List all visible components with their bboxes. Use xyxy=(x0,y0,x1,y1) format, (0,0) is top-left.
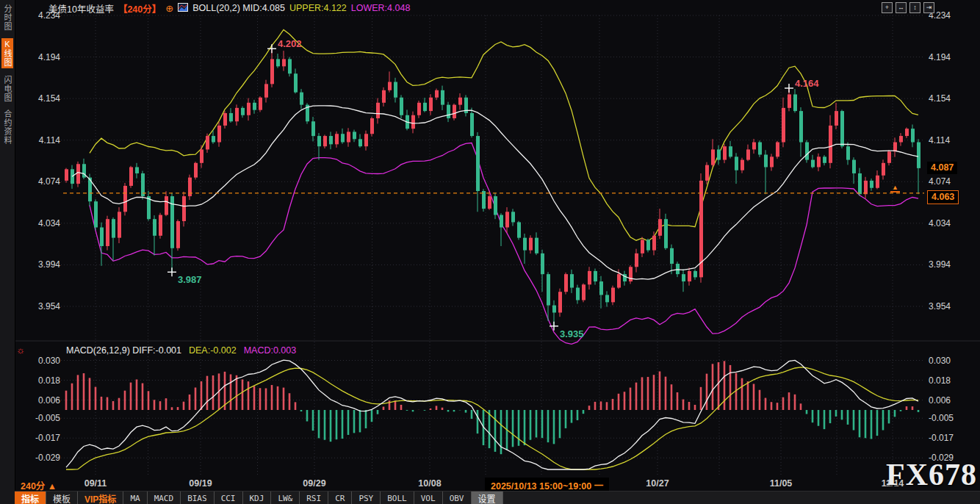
macd-axis-label-left: -0.005 xyxy=(16,413,60,423)
svg-text:4.202: 4.202 xyxy=(278,38,302,49)
macd-axis-label-left: 0.030 xyxy=(16,356,60,366)
pan-icon[interactable]: + xyxy=(882,2,893,13)
toolbar-item[interactable]: CCI xyxy=(215,492,243,504)
toolbar-item[interactable]: LW& xyxy=(271,492,300,504)
sidebar-item-inactive[interactable]: 闪电图 xyxy=(2,76,12,102)
sidebar-item-inactive[interactable]: 合约资料 xyxy=(2,109,12,145)
toolbar-item[interactable]: MACD xyxy=(148,492,181,504)
sidebar-item-active[interactable]: K线图 xyxy=(1,38,13,68)
macd-axis-label-left: 0.006 xyxy=(16,395,60,406)
toolbar-item[interactable]: PSY xyxy=(352,492,381,504)
macd-axis-label-left: -0.029 xyxy=(16,453,60,463)
toolbar-item[interactable]: RSI xyxy=(300,492,328,504)
y-axis-label-right: 4.034 xyxy=(929,218,976,228)
shift-right-icon[interactable]: ⇥ xyxy=(923,2,934,13)
y-axis-label-left: 4.194 xyxy=(16,52,60,62)
date-tick-label: 11/05 xyxy=(770,478,793,489)
last-price-tag: 4.087 xyxy=(927,162,957,174)
toolbar-item[interactable]: VOL xyxy=(414,492,443,504)
date-tick-label: 09/11 xyxy=(84,478,107,489)
date-tick-label: 09/29 xyxy=(303,478,325,489)
indicator-settings-icon[interactable]: ☼ xyxy=(16,345,25,356)
y-axis-label-left: 4.074 xyxy=(16,176,60,187)
indicator-toolbar: 指标模板VIP指标MAMACDBIASCCIKDJLW&RSICRPSYBOLL… xyxy=(15,491,980,504)
svg-text:3.935: 3.935 xyxy=(560,328,584,339)
toolbar-item[interactable]: 模板 xyxy=(46,492,78,504)
interval-tag: 【240分】 xyxy=(118,1,161,15)
macd-dea-readout: DEA:-0.002 xyxy=(189,345,237,356)
y-axis-scale-icon[interactable]: ↕ xyxy=(909,2,920,13)
macd-axis-label-right: 0.006 xyxy=(929,395,976,406)
macd-axis-label-left: 0.018 xyxy=(16,375,60,386)
svg-text:4.164: 4.164 xyxy=(795,78,819,89)
toolbar-item[interactable]: 设置 xyxy=(472,492,503,504)
y-axis-label-left: 3.994 xyxy=(16,259,60,270)
x-axis-scale-icon[interactable]: ↔ xyxy=(896,2,907,13)
macd-axis-label-right: 0.018 xyxy=(929,375,976,386)
y-axis-label-right: 4.234 xyxy=(929,10,976,21)
y-axis-label-right: 4.114 xyxy=(929,135,976,145)
toolbar-item[interactable]: MA xyxy=(123,492,147,504)
time-axis-row: 240分 ▲ 2025/10/13 15:00~19:00 一 09/1109/… xyxy=(15,478,980,491)
macd-header: MACD(26,12,9) DIFF:-0.001 DEA:-0.002 MAC… xyxy=(66,345,296,356)
y-axis-label-left: 4.034 xyxy=(16,218,60,228)
y-axis-label-left: 3.954 xyxy=(16,301,60,312)
chart-tool-icons: +↔↕⇥ xyxy=(882,2,934,13)
toolbar-item[interactable]: 指标 xyxy=(15,492,46,504)
macd-axis-label-right: -0.005 xyxy=(929,413,976,423)
toolbar-item[interactable]: KDJ xyxy=(243,492,272,504)
macd-axis-label-right: -0.017 xyxy=(929,433,976,443)
toolbar-item[interactable]: BIAS xyxy=(181,492,215,504)
date-tick-label: 09/19 xyxy=(189,478,212,489)
date-tick-label: 10/08 xyxy=(418,478,441,489)
alert-arrow-icon[interactable]: ▲ xyxy=(890,184,900,192)
toolbar-item[interactable]: CR xyxy=(328,492,352,504)
boll-lower-readout: LOWER:4.048 xyxy=(351,3,411,13)
trading-app-window: { "sidebar": { "items": [ {"label":"分时图"… xyxy=(0,0,980,504)
y-axis-label-right: 4.194 xyxy=(929,52,976,62)
date-tick-label: 10/27 xyxy=(646,478,669,489)
toolbar-item[interactable]: VIP指标 xyxy=(78,492,123,504)
chart-canvas[interactable]: 4.2023.9874.1643.935 xyxy=(0,0,980,478)
instrument-title: 美债10年收益率 xyxy=(48,1,114,15)
sidebar-item-inactive[interactable]: 分时图 xyxy=(2,4,12,31)
brand-watermark: FX678 xyxy=(886,457,977,492)
chart-thumbnail-icon[interactable] xyxy=(178,3,188,14)
y-axis-label-right: 4.154 xyxy=(929,93,976,104)
chart-type-sidebar: 分时图K线图闪电图合约资料 xyxy=(0,0,15,504)
alert-price-tag[interactable]: 4.063 xyxy=(927,190,959,204)
y-axis-label-right: 4.074 xyxy=(929,176,976,187)
boll-mid-readout: BOLL(20,2) MID:4.085 xyxy=(192,3,285,13)
macd-diff-readout: MACD(26,12,9) DIFF:-0.001 xyxy=(66,345,181,356)
macd-hist-readout: MACD:0.003 xyxy=(244,345,297,356)
macd-axis-label-left: -0.017 xyxy=(16,433,60,443)
y-axis-label-right: 3.994 xyxy=(929,259,976,270)
y-axis-label-left: 4.154 xyxy=(16,93,60,104)
toolbar-item[interactable]: BOLL xyxy=(381,492,414,504)
toolbar-item[interactable]: OBV xyxy=(443,492,472,504)
y-axis-label-left: 4.114 xyxy=(16,135,60,145)
chart-title-row: 美债10年收益率 【240分】 ⊕ BOLL(20,2) MID:4.085 U… xyxy=(48,2,410,14)
svg-text:3.987: 3.987 xyxy=(178,274,202,285)
macd-axis-label-right: 0.030 xyxy=(929,356,976,366)
boll-upper-readout: UPPER:4.122 xyxy=(289,3,347,13)
add-indicator-icon[interactable]: ⊕ xyxy=(165,3,173,14)
y-axis-label-right: 3.954 xyxy=(929,301,976,312)
